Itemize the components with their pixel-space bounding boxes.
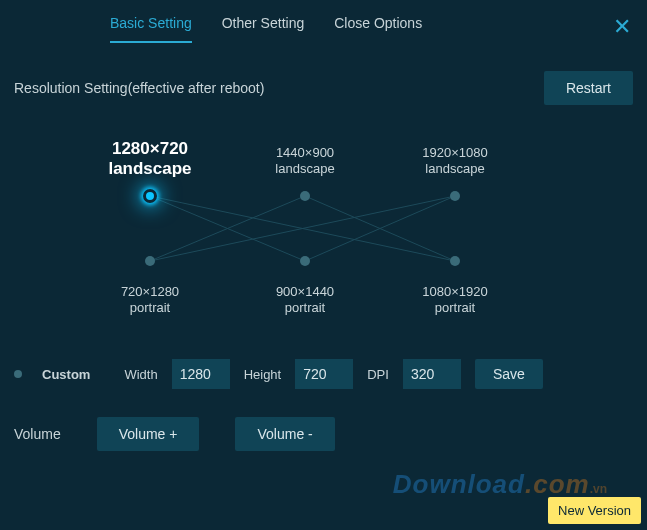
res-node-900x1440[interactable] (300, 256, 310, 266)
height-label: Height (244, 367, 282, 382)
volume-up-button[interactable]: Volume + (97, 417, 200, 451)
res-orient: portrait (285, 300, 325, 315)
res-option-1920x1080[interactable]: 1920×1080 landscape (400, 145, 510, 177)
tab-close-options[interactable]: Close Options (334, 15, 422, 43)
res-orient: landscape (425, 161, 484, 176)
new-version-button[interactable]: New Version (548, 497, 641, 524)
res-option-1440x900[interactable]: 1440×900 landscape (250, 145, 360, 177)
res-value: 900×1440 (276, 284, 334, 299)
tabs-bar: Basic Setting Other Setting Close Option… (0, 0, 647, 43)
watermark-small: .vn (590, 482, 607, 496)
tab-other-setting[interactable]: Other Setting (222, 15, 305, 43)
resolution-chooser: 1280×720 landscape 1440×900 landscape 19… (0, 121, 647, 351)
res-value: 720×1280 (121, 284, 179, 299)
watermark: Download.com.vn (393, 469, 607, 500)
res-value: 1920×1080 (422, 145, 487, 160)
custom-resolution-row: Custom Width Height DPI Save (0, 351, 647, 389)
custom-radio[interactable] (14, 370, 22, 378)
close-icon[interactable]: ✕ (613, 14, 631, 40)
dpi-input[interactable] (403, 359, 461, 389)
res-node-720x1280[interactable] (145, 256, 155, 266)
res-option-900x1440[interactable]: 900×1440 portrait (250, 284, 360, 316)
watermark-orange: .com (525, 469, 590, 499)
width-label: Width (124, 367, 157, 382)
resolution-heading-row: Resolution Setting(effective after reboo… (0, 43, 647, 113)
res-node-1080x1920[interactable] (450, 256, 460, 266)
restart-button[interactable]: Restart (544, 71, 633, 105)
tab-basic-setting[interactable]: Basic Setting (110, 15, 192, 43)
volume-label: Volume (14, 426, 61, 442)
res-value: 1440×900 (276, 145, 334, 160)
res-option-720x1280[interactable]: 720×1280 portrait (95, 284, 205, 316)
res-node-1920x1080[interactable] (450, 191, 460, 201)
res-orient: portrait (435, 300, 475, 315)
volume-row: Volume Volume + Volume - (0, 389, 647, 451)
width-input[interactable] (172, 359, 230, 389)
res-option-1080x1920[interactable]: 1080×1920 portrait (400, 284, 510, 316)
res-value: 1080×1920 (422, 284, 487, 299)
res-node-1280x720[interactable] (143, 189, 157, 203)
res-orient: portrait (130, 300, 170, 315)
watermark-blue: Download (393, 469, 525, 499)
custom-label: Custom (42, 367, 90, 382)
res-orient: landscape (108, 159, 191, 178)
volume-down-button[interactable]: Volume - (235, 417, 334, 451)
res-option-1280x720[interactable]: 1280×720 landscape (95, 139, 205, 179)
resolution-heading: Resolution Setting(effective after reboo… (14, 80, 264, 96)
dpi-label: DPI (367, 367, 389, 382)
res-node-1440x900[interactable] (300, 191, 310, 201)
height-input[interactable] (295, 359, 353, 389)
save-button[interactable]: Save (475, 359, 543, 389)
res-value: 1280×720 (112, 139, 188, 158)
res-orient: landscape (275, 161, 334, 176)
